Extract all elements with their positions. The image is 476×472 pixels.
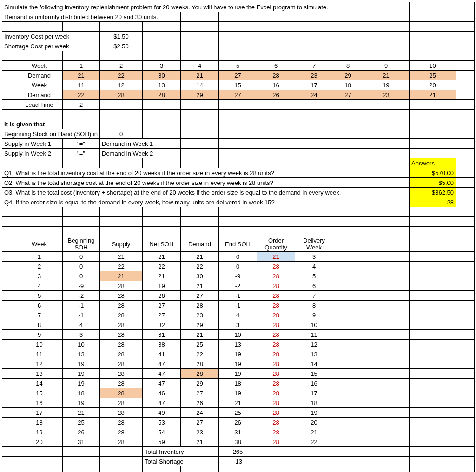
sim-end-soh: 18	[219, 379, 257, 388]
sim-week: 3	[16, 271, 63, 281]
sim-delivery-week: 5	[295, 271, 333, 281]
sh-cost-value: $2.50	[100, 41, 143, 51]
sim-end-soh: -1	[219, 301, 257, 310]
week-num: 5	[219, 61, 257, 71]
sim-supply: 22	[100, 262, 143, 271]
sim-delivery-week: 18	[295, 398, 333, 408]
sim-order-qty: 28	[257, 418, 295, 427]
sim-order-qty: 21	[257, 252, 295, 262]
week-num: 13	[143, 80, 181, 90]
sim-delivery-week: 22	[295, 437, 333, 447]
sim-week: 2	[16, 262, 63, 271]
sim-net-soh: 22	[143, 262, 181, 271]
week-num: 15	[219, 80, 257, 90]
sim-demand: 22	[181, 262, 219, 271]
week-num: 4	[181, 61, 219, 71]
col-delivery-week: DeliveryWeek	[295, 236, 333, 252]
demand-cell: 21	[363, 71, 410, 80]
sim-delivery-week: 11	[295, 330, 333, 340]
supply-w2-label: Supply in Week 2	[2, 149, 63, 158]
total-shortage-label: Total Shortage	[143, 457, 219, 466]
demand-cell: 28	[143, 90, 181, 100]
sim-supply: 28	[100, 398, 143, 408]
intro-line-1: Simulate the following inventory repleni…	[2, 2, 410, 12]
sim-order-qty: 28	[257, 330, 295, 340]
sim-week: 15	[16, 388, 63, 398]
week-num: 11	[63, 80, 100, 90]
sim-net-soh: 27	[143, 310, 181, 320]
sim-demand: 28	[181, 301, 219, 310]
question-3: Q3. What is the total cost (inventory + …	[2, 188, 410, 197]
sim-delivery-week: 3	[295, 252, 333, 262]
sim-supply: 28	[100, 320, 143, 330]
intro-line-2: Demand is uniformly distributed between …	[2, 12, 181, 22]
week-num: 2	[100, 61, 143, 71]
sim-end-soh: 19	[219, 349, 257, 359]
sim-delivery-week: 15	[295, 369, 333, 379]
sim-week: 12	[16, 359, 63, 369]
sim-net-soh: 32	[143, 320, 181, 330]
sim-demand: 21	[181, 330, 219, 340]
sim-supply: 28	[100, 408, 143, 418]
sim-week: 1	[16, 252, 63, 262]
sim-week: 7	[16, 310, 63, 320]
week-label: Week	[16, 61, 63, 71]
demand-cell: 21	[181, 71, 219, 80]
sim-supply: 28	[100, 369, 143, 379]
sim-net-soh: 21	[143, 271, 181, 281]
week-num: 9	[363, 61, 410, 71]
sim-delivery-week: 13	[295, 349, 333, 359]
sim-demand: 23	[181, 427, 219, 437]
sim-end-soh: 19	[219, 359, 257, 369]
demand-cell: 23	[363, 90, 410, 100]
week-num: 17	[295, 80, 333, 90]
demand-w1-ref: Demand in Week 1	[100, 139, 181, 149]
sim-delivery-week: 21	[295, 427, 333, 437]
sim-demand: 24	[181, 408, 219, 418]
sim-net-soh: 26	[143, 291, 181, 301]
week-num: 7	[295, 61, 333, 71]
sim-supply: 28	[100, 340, 143, 349]
sim-net-soh: 47	[143, 359, 181, 369]
demand-cell: 24	[295, 90, 333, 100]
sim-demand: 29	[181, 379, 219, 388]
demand-cell: 28	[100, 90, 143, 100]
sim-order-qty: 28	[257, 437, 295, 447]
sim-demand: 29	[181, 320, 219, 330]
week-num: 3	[143, 61, 181, 71]
sim-beg-soh: -2	[63, 291, 100, 301]
sim-beg-soh: 4	[63, 320, 100, 330]
total-shortage-value: -13	[219, 457, 257, 466]
sim-delivery-week: 8	[295, 301, 333, 310]
demand-cell: 21	[63, 71, 100, 80]
sim-delivery-week: 10	[295, 320, 333, 330]
sim-beg-soh: 19	[63, 359, 100, 369]
sim-week: 4	[16, 281, 63, 291]
sim-order-qty: 28	[257, 301, 295, 310]
sim-end-soh: -2	[219, 281, 257, 291]
sim-net-soh: 46	[143, 388, 181, 398]
answer-4: 28	[410, 197, 456, 207]
week-num: 14	[181, 80, 219, 90]
sim-demand: 27	[181, 388, 219, 398]
sim-delivery-week: 17	[295, 388, 333, 398]
sim-supply: 28	[100, 301, 143, 310]
sim-week: 17	[16, 408, 63, 418]
col-order-qty: OrderQuantity	[257, 236, 295, 252]
sim-demand: 28	[181, 359, 219, 369]
sim-beg-soh: -9	[63, 281, 100, 291]
sim-end-soh: 0	[219, 262, 257, 271]
sim-week: 10	[16, 340, 63, 349]
week-num: 20	[410, 80, 456, 90]
sim-order-qty: 28	[257, 271, 295, 281]
sim-net-soh: 59	[143, 437, 181, 447]
sim-week: 11	[16, 349, 63, 359]
sim-net-soh: 47	[143, 398, 181, 408]
week-num: 12	[100, 80, 143, 90]
col-demand: Demand	[181, 236, 219, 252]
sim-order-qty: 28	[257, 340, 295, 349]
sim-demand: 21	[181, 252, 219, 262]
sim-supply: 21	[100, 271, 143, 281]
answers-header: Answers	[410, 158, 456, 168]
sim-net-soh: 54	[143, 427, 181, 437]
